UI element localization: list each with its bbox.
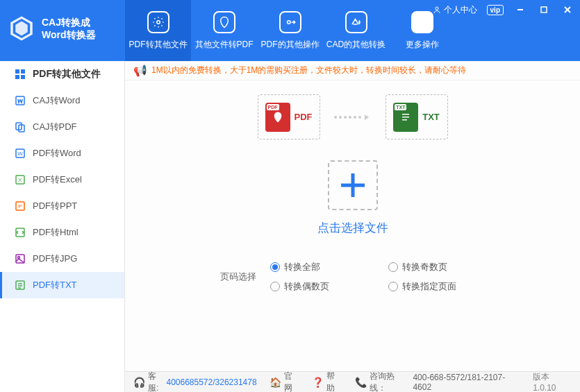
svg-rect-7	[15, 69, 19, 74]
radio-icon	[270, 282, 280, 291]
sidebar-item-pdf-html[interactable]: PDF转Html	[0, 219, 124, 246]
tab-label: 更多操作	[406, 39, 439, 51]
sidebar-item-label: PDF转Html	[33, 226, 78, 239]
official-site-link[interactable]: 🏠 官网	[270, 370, 300, 393]
drop-text: 点击选择文件	[317, 220, 388, 236]
svg-point-0	[156, 20, 160, 24]
sidebar: PDF转其他文件 CAJ转Word CAJ转PDF W PDF转Word X P…	[0, 61, 125, 392]
logo-area: CAJ转换成 Word转换器	[0, 0, 125, 57]
svg-rect-10	[21, 75, 25, 79]
pdf-badge-icon: PDF	[265, 103, 290, 132]
add-file-button[interactable]	[328, 160, 378, 210]
headset-icon: 🎧	[133, 377, 145, 388]
phone-icon: 📞	[355, 377, 367, 388]
tab-label: 其他文件转PDF	[195, 39, 254, 51]
tab-label: CAD的其他转换	[326, 39, 386, 51]
grid-icon	[15, 69, 26, 80]
excel-icon: X	[15, 174, 26, 185]
sidebar-item-label: PDF转TXT	[33, 279, 77, 291]
radio-convert-range[interactable]: 转换指定页面	[388, 280, 486, 293]
vip-badge[interactable]: vip	[487, 5, 504, 15]
statusbar: 🎧 客服: 4006685572/326231478 🏠 官网 ❓ 帮助 📞 咨…	[125, 371, 580, 392]
sidebar-item-pdf-jpg[interactable]: PDF转JPG	[0, 246, 124, 272]
plus-icon	[337, 169, 369, 201]
customer-service[interactable]: 🎧 客服: 4006685572/326231478	[133, 370, 257, 393]
svg-rect-27	[402, 114, 409, 115]
tab-cad-convert[interactable]: CAD的其他转换	[323, 0, 389, 61]
sidebar-item-label: PDF转Word	[33, 147, 81, 160]
svg-text:W: W	[17, 151, 23, 157]
jpg-icon	[15, 253, 26, 264]
page-options: 页码选择 转换全部 转换奇数页 转换偶数页 转换指定页面	[125, 257, 580, 297]
pdf-icon	[213, 11, 235, 33]
main-tabs: PDF转其他文件 其他文件转PDF PDF的其他操作 CAD的其他转换 更多操作	[125, 0, 455, 61]
file-drop-area: 点击选择文件	[125, 146, 580, 257]
minimize-button[interactable]	[513, 3, 527, 17]
window-controls: 个人中心 vip	[433, 3, 574, 17]
sidebar-item-label: CAJ转PDF	[33, 121, 77, 133]
conversion-visual: PDF PDF TXT TXT	[125, 80, 580, 146]
options-label: 页码选择	[220, 271, 256, 283]
pdf-doc-icon	[15, 121, 26, 133]
tab-other-to-pdf[interactable]: 其他文件转PDF	[191, 0, 257, 61]
svg-rect-4	[541, 7, 547, 12]
radio-icon	[388, 282, 398, 291]
radio-convert-odd[interactable]: 转换奇数页	[388, 261, 486, 273]
radio-icon	[388, 262, 398, 272]
html-icon	[15, 227, 26, 238]
txt-badge-icon: TXT	[393, 103, 418, 132]
cad-icon	[345, 11, 367, 33]
word-icon	[15, 95, 26, 106]
tab-pdf-operations[interactable]: PDF的其他操作	[257, 0, 323, 61]
user-icon	[433, 6, 441, 14]
radio-convert-even[interactable]: 转换偶数页	[270, 280, 367, 293]
sidebar-item-pdf-word[interactable]: W PDF转Word	[0, 140, 124, 167]
sidebar-item-pdf-ppt[interactable]: P PDF转PPT	[0, 193, 124, 219]
svg-rect-29	[402, 119, 407, 121]
arrow-icon	[334, 113, 372, 121]
ppt-icon: P	[15, 201, 26, 212]
svg-rect-8	[21, 69, 25, 74]
radio-convert-all[interactable]: 转换全部	[270, 261, 367, 273]
titlebar: CAJ转换成 Word转换器 PDF转其他文件 其他文件转PDF PDF的其他操…	[0, 0, 580, 61]
svg-point-22	[18, 257, 20, 259]
home-icon: 🏠	[270, 377, 281, 388]
notice-text: 1M以内的免费转换，大于1M的需购买注册，文件较大时，转换时间较长，请耐心等待	[151, 65, 466, 76]
sidebar-item-label: PDF转Excel	[33, 173, 82, 186]
target-format-label: TXT	[422, 112, 440, 122]
word-icon: W	[15, 148, 26, 159]
help-icon: ❓	[312, 377, 324, 388]
gear-convert-icon	[147, 11, 169, 33]
sidebar-item-label: CAJ转Word	[33, 94, 80, 107]
sidebar-item-pdf-txt[interactable]: PDF转TXT	[0, 272, 124, 298]
app-logo-icon	[7, 14, 36, 43]
more-dots-icon	[411, 11, 433, 33]
sidebar-item-label: PDF转PPT	[33, 200, 77, 212]
version-label: 版本1.0.10	[533, 371, 572, 392]
maximize-button[interactable]	[537, 3, 551, 17]
svg-rect-28	[402, 117, 409, 118]
main-panel: 📢 1M以内的免费转换，大于1M的需购买注册，文件较大时，转换时间较长，请耐心等…	[125, 61, 580, 392]
svg-text:P: P	[18, 203, 22, 210]
sidebar-item-pdf-excel[interactable]: X PDF转Excel	[0, 167, 124, 193]
target-format-box: TXT TXT	[386, 94, 448, 139]
help-link[interactable]: ❓ 帮助	[312, 370, 342, 393]
sidebar-item-caj-pdf[interactable]: CAJ转PDF	[0, 114, 124, 140]
tab-pdf-to-other[interactable]: PDF转其他文件	[125, 0, 191, 61]
svg-point-1	[287, 20, 290, 24]
svg-point-2	[436, 7, 438, 10]
sidebar-item-label: PDF转JPG	[33, 253, 77, 265]
close-button[interactable]	[561, 3, 574, 17]
source-format-box: PDF PDF	[258, 94, 320, 139]
notice-bar: 📢 1M以内的免费转换，大于1M的需购买注册，文件较大时，转换时间较长，请耐心等…	[125, 61, 580, 80]
gear-arrow-icon	[279, 11, 301, 33]
tab-label: PDF的其他操作	[261, 39, 320, 51]
announce-icon: 📢	[133, 64, 147, 77]
sidebar-item-caj-word[interactable]: CAJ转Word	[0, 87, 124, 114]
sidebar-section-header[interactable]: PDF转其他文件	[0, 61, 124, 87]
source-format-label: PDF	[295, 112, 313, 122]
user-center-link[interactable]: 个人中心	[433, 4, 477, 16]
svg-text:X: X	[18, 177, 22, 183]
txt-icon	[15, 280, 26, 291]
hotline: 📞 咨询热线： 400-668-5572/181-2107-4602	[355, 370, 520, 393]
